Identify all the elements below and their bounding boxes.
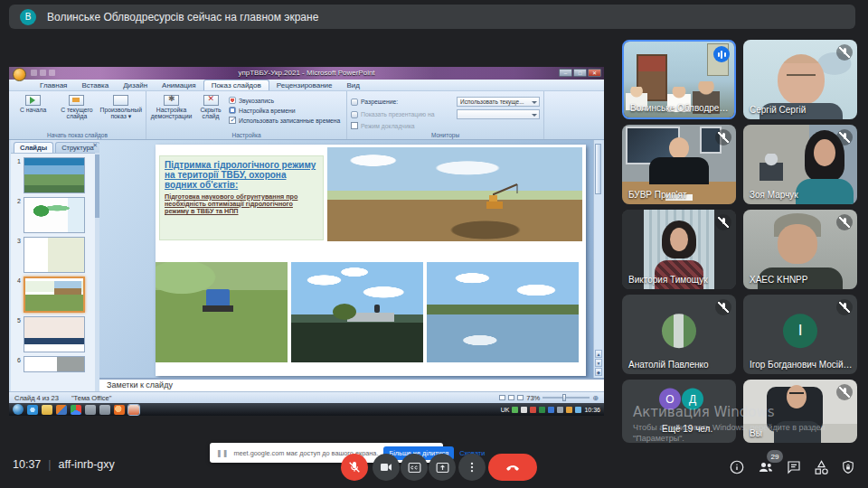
thumbnail-row: 1 [14,157,98,193]
thumbnail-row: 6 [14,356,98,372]
presenter-view-row: Режим докладчика [351,122,540,129]
maximize-icon: □ [573,69,587,77]
presenter-avatar: В [20,9,36,25]
participant-tile-ihor[interactable]: І Ігор Богданович Мосій… [743,295,857,374]
crane-graphic [481,182,535,212]
use-timings-checkbox: Использовать записанные времена [229,117,340,124]
chrome-icon [71,405,81,415]
tray-icon [557,407,563,413]
boat [347,313,394,322]
participant-name: Сергій Сергій [750,105,806,115]
camera-toggle-button[interactable] [373,454,400,481]
meet-call-screen: { "toast": {"initial": "В", "message": "… [0,0,868,488]
mic-off-icon [836,214,853,230]
slide-editing-area: Підтримка гідрологічного режиму на терит… [99,140,593,378]
slide-counter: Слайд 4 из 23 [14,394,59,402]
close-icon: ✕ [588,69,601,77]
tray-icon [548,407,554,413]
mic-off-icon [715,129,731,145]
mic-toggle-button[interactable] [341,454,368,481]
overflow-tile[interactable]: О Д Ещё 19 чел. [622,380,736,443]
record-narration: Звукозапись [229,97,340,104]
overflow-count: Ещё 19 чел. [662,424,712,434]
pane-close-icon: ✕ [92,142,98,149]
suit [774,421,821,443]
participant-tile-khaes[interactable]: ХАЕС KHNPP [743,210,857,289]
app-icon [99,405,110,415]
tab-animation: Анимация [155,80,203,90]
custom-show-button: Произвольный показ ▾ [100,93,142,130]
group-setup: Настройка демонстрации Скрыть слайд Звук… [146,91,347,139]
explorer-icon [42,405,52,415]
chat-button[interactable] [783,456,805,478]
hide-slide-button: Скрыть слайд [195,93,226,130]
mic-off-icon [836,384,853,400]
participant-name: ХАЕС KHNPP [750,275,807,285]
more-options-icon [466,461,478,474]
rehearse-timings: Настройка времени [229,107,340,114]
person [760,154,783,181]
end-call-button[interactable] [488,454,537,481]
thumbnail-row: 4 [14,277,98,313]
participant-tile-buvr[interactable]: БУВР Прип'ят [622,125,736,204]
show-on-row: Показать презентацию на [351,109,540,119]
speaking-indicator-icon [713,46,730,62]
mic-off-icon [836,129,853,145]
ppt-statusbar: Слайд 4 из 23 "Тема Office" 73% ⊕ [9,391,604,403]
captions-button[interactable] [401,454,428,481]
app-icon [85,405,96,415]
suit [649,157,709,184]
participant-tile-volynske[interactable]: Волинське Облводре… [622,40,736,119]
initial-avatar: Д [682,388,703,409]
initial-avatar: О [659,388,681,409]
tray-icon [575,407,581,413]
self-tile[interactable]: Вы [743,380,857,443]
window-controls: – □ ✕ [559,69,601,77]
host-controls-button[interactable] [837,456,859,478]
thumbnail-row: 2 [14,197,98,233]
present-button[interactable] [429,454,456,481]
resolution-row: Разрешение:Использовать текуще... [351,97,540,107]
group-monitors: Разрешение:Использовать текуще... Показа… [347,91,544,139]
participant-name: Виктория Тимощук [628,275,708,285]
participant-tile-sergii[interactable]: Сергій Сергій [743,40,857,119]
present-icon [435,460,450,475]
tray-icon [512,407,518,413]
slideshow-view-icon [517,395,524,400]
start-button-icon [13,404,24,415]
participant-name: Анатолій Павленко [628,360,709,370]
ppt-window-title: упрТВБУ-Укр.2021 - Microsoft PowerPoint [9,69,604,77]
meeting-details-button[interactable] [726,456,748,478]
ribbon: С начала С текущего слайда Произвольный … [9,91,604,140]
participants-button[interactable]: 29 [755,456,777,478]
toast-message: Волинське Облводресурсів сейчас на главн… [47,11,318,23]
sweater [796,179,854,204]
tab-slideshow: Показ слайдов [203,80,269,90]
zoom-slider [542,397,590,399]
tray-icon [530,407,536,413]
ie-icon [27,405,38,415]
mower-machine [206,289,230,307]
photo-river-reflection [427,262,579,362]
more-options-button[interactable] [458,454,486,481]
photo-dragline-crane [327,147,582,241]
slide-thumb-3 [24,237,85,273]
participant-tile-viktoriia[interactable]: Виктория Тимощук [622,210,736,289]
pane-tabs: Слайды Структура ✕ [11,140,99,154]
meeting-code: aff-inrb-gxy [59,458,115,471]
mic-off-icon [347,460,362,474]
activities-button[interactable] [810,456,832,478]
photo-harvest-boat [291,262,423,362]
nav-menu-icon: ◆ [595,368,602,376]
end-call-icon [505,459,521,475]
presenting-toast[interactable]: В Волинське Облводресурсів сейчас на гла… [9,5,855,29]
tab-view: Вид [340,80,367,90]
thumbnail-row: 5 [14,316,98,352]
from-beginning-button: С начала [13,93,53,130]
participant-tile-anatolii[interactable]: Анатолій Павленко [622,295,736,374]
powerpoint-taskbar-icon [128,405,139,415]
system-tray: UK 10:36 [501,407,600,413]
photo-amphibious-mower [156,262,288,362]
prev-slide-icon: ▲ [595,350,602,358]
participant-tile-zoia[interactable]: Зоя Марчук [743,125,857,204]
